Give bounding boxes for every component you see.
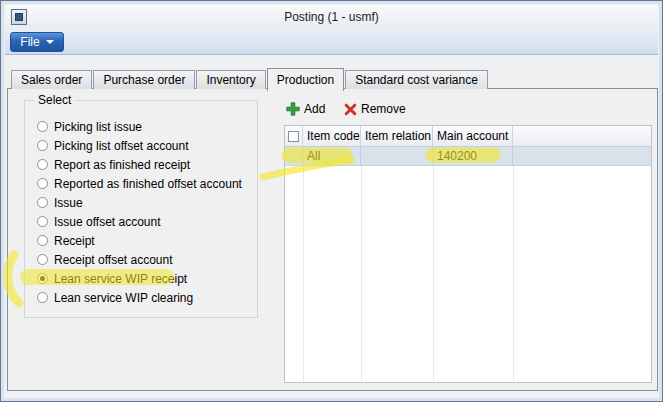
- radio-receipt-offset-account[interactable]: Receipt offset account: [37, 250, 173, 269]
- chevron-down-icon: [46, 40, 54, 44]
- radio-report-as-finished-receipt[interactable]: Report as finished receipt: [37, 155, 190, 174]
- radio-lean-service-wip-receipt[interactable]: Lean service WIP receipt: [37, 269, 187, 288]
- radio-label: Lean service WIP receipt: [54, 272, 187, 286]
- tab-inventory[interactable]: Inventory: [196, 70, 265, 89]
- cell-main-account: 140200: [433, 147, 513, 165]
- grid-header: Item code Item relation Main account: [285, 126, 651, 147]
- select-group-label: Select: [34, 93, 75, 107]
- tab-standard-cost-variance[interactable]: Standard cost variance: [345, 70, 488, 89]
- tab-production[interactable]: Production: [267, 68, 344, 91]
- select-groupbox: Select Picking list issue Picking list o…: [24, 100, 258, 318]
- radio-label: Picking list offset account: [54, 139, 189, 153]
- radio-label: Issue offset account: [54, 215, 161, 229]
- radio-label: Receipt: [54, 234, 95, 248]
- tab-strip: Sales order Purchase order Inventory Pro…: [11, 67, 489, 89]
- window-title: Posting (1 - usmf): [5, 5, 658, 30]
- radio-icon: [37, 140, 48, 151]
- grid-vline: [513, 166, 514, 382]
- file-menu-label: File: [20, 35, 39, 49]
- radio-reported-as-finished-offset-account[interactable]: Reported as finished offset account: [37, 174, 242, 193]
- grid-row[interactable]: All 140200: [285, 147, 651, 166]
- tab-sales-order[interactable]: Sales order: [11, 70, 92, 89]
- radio-icon: [37, 197, 48, 208]
- posting-grid: Item code Item relation Main account All…: [284, 125, 652, 383]
- radio-icon: [37, 216, 48, 227]
- radio-label: Receipt offset account: [54, 253, 173, 267]
- radio-icon: [37, 178, 48, 189]
- radio-icon: [37, 159, 48, 170]
- radio-receipt[interactable]: Receipt: [37, 231, 95, 250]
- posting-window: Posting (1 - usmf) File Sales order Purc…: [0, 0, 663, 402]
- radio-picking-list-offset-account[interactable]: Picking list offset account: [37, 136, 189, 155]
- radio-label: Report as finished receipt: [54, 158, 190, 172]
- remove-button-label: Remove: [361, 102, 406, 116]
- cell-item-relation: [361, 147, 433, 165]
- col-item-relation[interactable]: Item relation: [361, 126, 433, 146]
- cell-item-code: All: [303, 147, 361, 165]
- col-item-code[interactable]: Item code: [303, 126, 361, 146]
- row-checkbox-cell[interactable]: [285, 147, 303, 165]
- radio-issue[interactable]: Issue: [37, 193, 83, 212]
- grid-vline: [303, 166, 304, 382]
- menu-strip: File: [5, 30, 658, 55]
- remove-x-icon: [344, 103, 357, 116]
- radio-icon: [37, 121, 48, 132]
- production-tab-panel: Select Picking list issue Picking list o…: [7, 88, 658, 391]
- radio-icon: [37, 254, 48, 265]
- remove-button[interactable]: Remove: [344, 100, 406, 118]
- header-filler: [513, 126, 651, 146]
- grid-vline: [361, 166, 362, 382]
- row-filler: [513, 147, 651, 165]
- select-all-checkbox[interactable]: [288, 131, 299, 142]
- tab-purchase-order[interactable]: Purchase order: [93, 70, 195, 89]
- radio-icon: [37, 292, 48, 303]
- radio-picking-list-issue[interactable]: Picking list issue: [37, 117, 142, 136]
- radio-issue-offset-account[interactable]: Issue offset account: [37, 212, 161, 231]
- plus-icon: [286, 102, 300, 116]
- col-main-account[interactable]: Main account: [433, 126, 513, 146]
- radio-label: Reported as finished offset account: [54, 177, 242, 191]
- header-checkbox-cell: [285, 126, 303, 146]
- radio-lean-service-wip-clearing[interactable]: Lean service WIP clearing: [37, 288, 193, 307]
- radio-icon: [37, 235, 48, 246]
- file-menu-button[interactable]: File: [10, 32, 64, 52]
- titlebar: Posting (1 - usmf): [5, 5, 658, 30]
- radio-label: Picking list issue: [54, 120, 142, 134]
- radio-label: Lean service WIP clearing: [54, 291, 193, 305]
- radio-label: Issue: [54, 196, 83, 210]
- add-button-label: Add: [304, 102, 325, 116]
- radio-icon-checked: [37, 273, 48, 284]
- grid-vline: [433, 166, 434, 382]
- add-button[interactable]: Add: [286, 100, 325, 118]
